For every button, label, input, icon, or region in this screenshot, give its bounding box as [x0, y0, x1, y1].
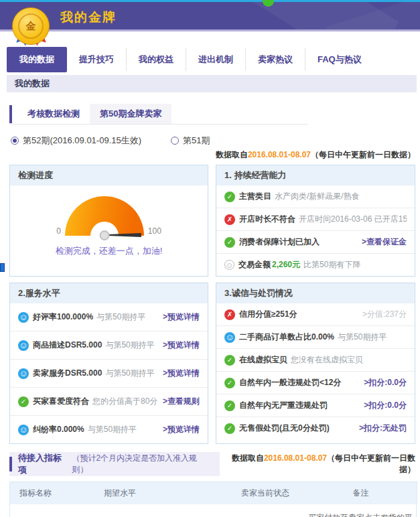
smile-icon: ☺: [18, 368, 29, 379]
pending-title: 待接入指标项: [18, 452, 69, 476]
row-sub-text: 与第50期持平: [105, 368, 154, 379]
row-main-text: 开店时长不符合: [239, 214, 295, 225]
radio-period-52[interactable]: 第52期(2016.09.01-09.15生效): [11, 135, 141, 147]
top-accent-strip: [0, 0, 420, 2]
col-header-current-status: 卖家当前状态: [226, 488, 305, 499]
row-main-text: 交易金额: [238, 259, 271, 271]
tab-my-data[interactable]: 我的数据: [7, 47, 67, 72]
panel-progress-title: 检测进度: [10, 165, 208, 186]
row-sub-text: 您的分值高于80分: [92, 396, 157, 407]
radio-period-51-label: 第51期: [183, 135, 210, 147]
smile-icon: ☺: [18, 312, 29, 323]
panel-business-capability: 1. 持续经营能力 ✓ 主营类目 水产肉类/新鲜蔬果/熟食 ✗ 开店时长不符合 …: [216, 165, 415, 277]
pending-subtitle: （预计2个月内决定是否加入准入规则）: [72, 453, 210, 475]
credit-score-note: >分值:237分: [358, 309, 407, 320]
row-main-text: 主营类目: [239, 191, 271, 202]
row-main-text: 在线虚拟宝贝: [239, 354, 287, 366]
cross-icon: ✗: [224, 309, 235, 320]
preview-detail-link[interactable]: >预览详情: [159, 368, 200, 379]
panel2-row-dispute-rate: ☺ 纠纷率0.000% 与第50期持平 >预览详情: [10, 415, 208, 443]
row-main-text: 纠纷率0.000%: [33, 424, 84, 435]
check-icon: ✓: [224, 237, 235, 248]
deduction-link[interactable]: >扣分:0.0分: [360, 400, 407, 411]
check-icon: ✓: [224, 400, 235, 411]
smile-icon: ☺: [18, 340, 29, 351]
smile-icon: ☺: [18, 425, 29, 435]
row-main-text: 消费者保障计划已加入: [239, 236, 320, 248]
panel1-row-main-category: ✓ 主营类目 水产肉类/新鲜蔬果/熟食: [216, 186, 415, 208]
row-sub-text: 与第50期持平: [105, 340, 154, 351]
remark: 买家付款至卖家点击发货的平均时长: [305, 512, 416, 517]
pending-table-header: 指标名称 期望水平 卖家当前状态 备注: [9, 482, 417, 504]
col-header-indicator-name: 指标名称: [10, 488, 104, 499]
table-row-shipping-speed: 24 发货速度 平均发货时长≤24小时 242.7小时 买家付款至卖家点击发货的…: [10, 504, 416, 517]
panel-service-level: 2.服务水平 ☺ 好评率100.000% 与第50期持平 >预览详情 ☺ 商品描…: [9, 283, 208, 444]
panel3-row-secondhand-ratio: ☺ 二手商品订单数占比0.00% 与第50期持平: [216, 325, 415, 348]
row-sub-text: 与第50期持平: [88, 424, 137, 435]
data-source-prefix: 数据取自: [216, 150, 248, 159]
preview-detail-link[interactable]: >预览详情: [159, 340, 200, 351]
data-source-suffix: （每日中午更新前一日数据）: [327, 453, 415, 474]
sub-tabbar: 考核数据检测 第50期金牌卖家: [9, 104, 308, 125]
check-icon: ✓: [18, 396, 29, 407]
deduction-link[interactable]: >扣分:0.0分: [360, 377, 407, 388]
view-deposit-link[interactable]: >查看保证金: [358, 236, 407, 248]
row-main-text: 二手商品订单数占比0.00%: [239, 331, 334, 343]
data-source-note: 数据取自2016.08.01-08.07（每日中午更新前一日数据）: [7, 149, 415, 161]
radio-period-51[interactable]: 第51期: [171, 135, 210, 147]
row-main-text: 自然年内一般违规处罚<12分: [239, 377, 341, 388]
medal-text: 金: [18, 13, 44, 39]
subtab-period50-sellers[interactable]: 第50期金牌卖家: [90, 104, 171, 124]
deduction-link[interactable]: >扣分:无处罚: [355, 423, 407, 434]
panel3-row-credit-score: ✗ 信用分值≥251分 >分值:237分: [216, 303, 415, 325]
check-icon: ✓: [224, 378, 235, 388]
row-sub-text: 与第50期持平: [338, 331, 387, 343]
gauge-hub: [99, 230, 109, 240]
gauge-max-label: 100: [148, 226, 161, 236]
data-source-note: 数据取自2016.08.01-08.07（每日中午更新前一日数据）: [220, 453, 415, 475]
data-source-suffix: （每日中午更新前一日数据）: [311, 150, 415, 159]
tab-faq[interactable]: FAQ与热议: [305, 48, 374, 71]
check-icon: ✓: [224, 423, 235, 434]
pending-table: 24 发货速度 平均发货时长≤24小时 242.7小时 买家付款至卖家点击发货的…: [9, 504, 417, 517]
row-main-text: 好评率100.000%: [33, 311, 93, 323]
data-source-prefix: 数据取自: [232, 453, 264, 463]
view-rules-link[interactable]: >查看规则: [159, 396, 200, 407]
left-edge-marker: [0, 263, 5, 272]
tab-entry-exit-rules[interactable]: 进出机制: [186, 48, 246, 71]
panel2-row-buyer-favor: ✓ 买家喜爱度符合 您的分值高于80分 >查看规则: [10, 387, 208, 415]
row-sub-text: 水产肉类/新鲜蔬果/熟食: [275, 191, 360, 202]
data-source-date: 2016.08.01-08.07: [248, 150, 311, 159]
subtab-assessment-check[interactable]: 考核数据检测: [17, 104, 90, 124]
panel2-row-item-dsr: ☺ 商品描述DSR5.000 与第50期持平 >预览详情: [10, 331, 208, 359]
gauge-body: 0 100 检测完成，还差一点，加油!: [10, 186, 208, 265]
panel-progress: 检测进度 0 100 检测完成，还差一点，加油!: [9, 165, 208, 277]
radio-unselected-icon: [171, 137, 179, 145]
row-main-text: 商品描述DSR5.000: [33, 340, 102, 351]
panel3-row-general-violation: ✓ 自然年内一般违规处罚<12分 >扣分:0.0分: [216, 371, 415, 394]
gauge-arc: [65, 196, 144, 236]
panel1-row-consumer-protection: ✓ 消费者保障计划已加入 >查看保证金: [216, 230, 415, 253]
radio-selected-icon: [11, 137, 19, 145]
row-main-text: 信用分值≥251分: [239, 309, 297, 320]
panels-grid: 检测进度 0 100 检测完成，还差一点，加油! 1. 持续经营能力 ✓: [9, 165, 417, 444]
preview-detail-link[interactable]: >预览详情: [159, 311, 200, 323]
pending-section-header: 待接入指标项 （预计2个月内决定是否加入准入规则） 数据取自2016.08.01…: [9, 452, 415, 476]
panel1-row-transaction-amount: ☺ 交易金额 2,260元 比第50期有下降: [216, 253, 415, 276]
subtab-accent-bar: [9, 105, 12, 123]
tab-my-benefits[interactable]: 我的权益: [127, 48, 186, 71]
cross-icon: ✗: [224, 214, 235, 225]
gold-medal-icon: 金: [11, 7, 54, 45]
pending-accent-bar: [9, 457, 12, 471]
tab-seller-discussion[interactable]: 卖家热议: [246, 48, 305, 71]
panel1-title: 1. 持续经营能力: [216, 165, 415, 186]
nav-tabbar: 我的数据 提升技巧 我的权益 进出机制 卖家热议 FAQ与热议: [7, 47, 374, 72]
main-content: 我的数据 考核数据检测 第50期金牌卖家 第52期(2016.09.01-09.…: [7, 75, 417, 517]
panel1-row-shop-age: ✗ 开店时长不符合 开店时间2016-03-06 已开店156天: [216, 208, 415, 230]
check-icon: ✓: [224, 192, 235, 202]
check-icon: ✓: [224, 355, 235, 366]
panel3-row-virtual-items: ✓ 在线虚拟宝贝 您没有在线虚拟宝贝: [216, 348, 415, 371]
preview-detail-link[interactable]: >预览详情: [159, 424, 200, 435]
tab-improve-skills[interactable]: 提升技巧: [67, 48, 127, 71]
data-source-date: 2016.08.01-08.07: [264, 453, 327, 463]
